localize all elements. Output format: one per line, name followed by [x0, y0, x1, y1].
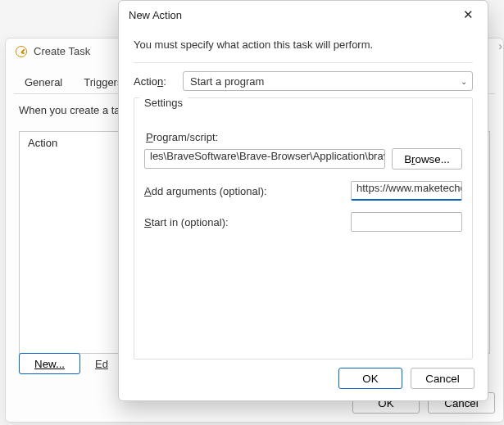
- dialog-instruction: You must specify what action this task w…: [134, 38, 473, 51]
- action-selected-value: Start a program: [190, 75, 264, 88]
- action-row: Action: Start a program ⌄: [134, 71, 473, 91]
- program-input[interactable]: les\BraveSoftware\Brave-Browser\Applicat…: [144, 149, 385, 169]
- dialog-footer: OK Cancel: [338, 368, 474, 389]
- settings-group: Settings Program/script: les\BraveSoftwa…: [134, 97, 473, 359]
- new-action-button[interactable]: New...: [19, 353, 80, 374]
- settings-legend: Settings: [139, 97, 188, 109]
- startin-input[interactable]: [351, 212, 462, 232]
- dialog-title: New Action: [129, 9, 182, 21]
- action-combobox[interactable]: Start a program ⌄: [183, 71, 473, 91]
- edit-action-button[interactable]: Ed: [95, 358, 108, 370]
- startin-label: Start in (optional):: [144, 216, 229, 228]
- action-label: Action:: [134, 75, 175, 88]
- browse-button[interactable]: Browse...: [392, 148, 462, 170]
- arguments-row: Add arguments (optional): https://www.ma…: [144, 181, 462, 201]
- arguments-label: Add arguments (optional):: [144, 185, 267, 197]
- actions-footer: New... Ed: [19, 353, 108, 374]
- create-task-title: Create Task: [34, 45, 90, 57]
- ok-button[interactable]: OK: [338, 368, 402, 389]
- new-action-dialog: New Action ✕ You must specify what actio…: [118, 0, 488, 401]
- dialog-body: You must specify what action this task w…: [119, 29, 488, 359]
- tab-general[interactable]: General: [14, 72, 73, 94]
- program-label: Program/script:: [146, 131, 462, 143]
- chevron-down-icon: ⌄: [461, 77, 467, 86]
- clock-icon: [16, 46, 27, 57]
- dialog-titlebar: New Action ✕: [119, 1, 488, 29]
- separator: [134, 62, 473, 63]
- arguments-input[interactable]: https://www.maketeche: [351, 181, 462, 201]
- program-row: les\BraveSoftware\Brave-Browser\Applicat…: [144, 148, 462, 170]
- cancel-button[interactable]: Cancel: [411, 368, 474, 389]
- create-task-titlebar: Create Task: [16, 45, 90, 57]
- startin-row: Start in (optional):: [144, 212, 462, 232]
- close-icon[interactable]: ✕: [458, 5, 478, 25]
- tab-scroll-right-icon[interactable]: ›: [498, 39, 502, 52]
